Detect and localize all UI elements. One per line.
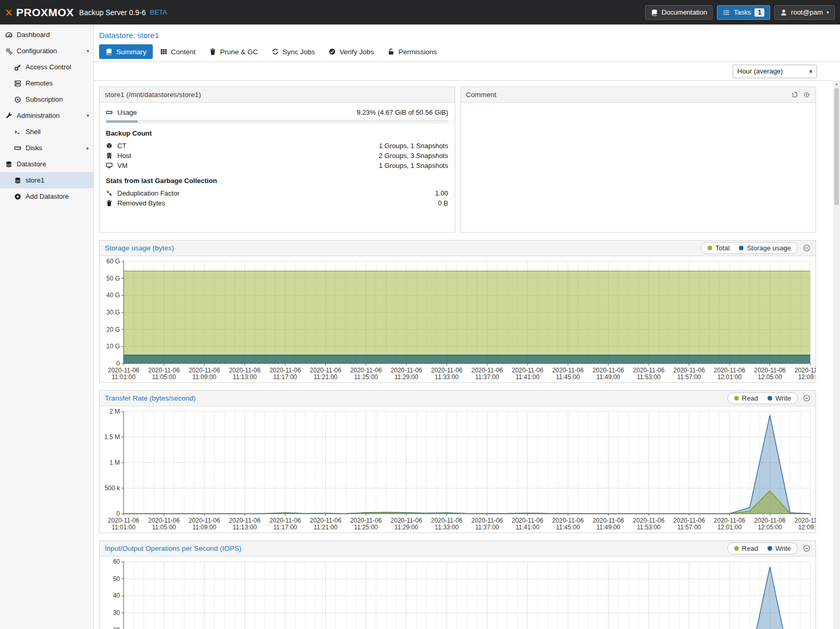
sidebar-item-datastore[interactable]: Datastore [0,156,93,172]
legend-item-write[interactable]: Write [768,394,791,402]
usage-progress-bar [106,120,448,123]
tab-label: Summary [116,48,147,56]
usage-value: 9.23% (4.67 GiB of 50.56 GiB) [357,108,448,116]
svg-text:2020-11-06: 2020-11-06 [270,367,301,374]
svg-text:2020-11-06: 2020-11-06 [754,367,786,374]
iops-chart-title: Input/Output Operations per Second (IOPS… [105,545,727,552]
sidebar-item-configuration[interactable]: Configuration ▾ [0,43,93,59]
sidebar-label: Add Datastore [26,192,69,200]
svg-text:2020-11-06: 2020-11-06 [148,517,180,524]
storage-chart-legend: Total Storage usage [701,242,798,254]
sidebar-item-shell[interactable]: Shell [0,124,93,140]
tab-sync-jobs[interactable]: Sync Jobs [265,44,321,59]
sidebar-item-dashboard[interactable]: Dashboard [0,27,93,43]
proxmox-brand: PROXMOX [5,6,74,19]
svg-text:2020-11-06: 2020-11-06 [552,517,584,524]
legend-label: Write [775,394,791,402]
book-icon [105,48,113,55]
sidebar-item-disks[interactable]: Disks ▸ [0,140,93,156]
svg-text:11:37:00: 11:37:00 [475,373,499,381]
svg-text:60 G: 60 G [106,258,120,265]
gc-label: Deduplication Factor [117,189,179,197]
svg-text:11:33:00: 11:33:00 [435,373,459,381]
tab-prune-gc[interactable]: Prune & GC [203,44,264,59]
legend-item-read[interactable]: Read [734,545,758,552]
user-menu-button[interactable]: root@pam ▾ [774,5,835,20]
vertical-scrollbar[interactable]: ▲ [833,80,840,629]
svg-text:50: 50 [113,575,120,583]
svg-text:2020-11-06: 2020-11-06 [633,367,665,374]
timeframe-value: Hour (average) [733,67,805,75]
svg-text:11:05:00: 11:05:00 [152,524,176,531]
svg-text:2020-11-06: 2020-11-06 [633,517,665,524]
scrollbar-thumb[interactable] [834,88,839,205]
legend-dot [708,246,712,250]
tab-content[interactable]: Content [154,44,202,59]
terminal-icon [14,128,21,136]
tasks-button[interactable]: Tasks 1 [717,5,770,20]
gear-icon[interactable] [803,91,810,99]
sidebar-label: Access Control [26,63,71,71]
svg-text:2020-11-06: 2020-11-06 [229,367,261,374]
chevron-down-icon[interactable]: ▼ [805,68,817,75]
legend-dot [768,396,772,401]
svg-text:2020-11-06: 2020-11-06 [229,517,261,524]
legend-item-write[interactable]: Write [768,545,791,552]
legend-item-total[interactable]: Total [708,244,729,252]
dedup-factor-row: Deduplication Factor 1.00 [106,188,448,198]
tab-verify-jobs[interactable]: Verify Jobs [322,44,380,59]
legend-item-storage-usage[interactable]: Storage usage [739,244,791,252]
svg-text:12:01:00: 12:01:00 [717,373,742,381]
svg-text:0: 0 [116,360,120,367]
iops-chart-legend: Read Write [727,542,798,554]
collapse-circle-icon[interactable] [803,545,810,552]
sidebar-item-administration[interactable]: Administration ▾ [0,107,93,124]
tab-summary[interactable]: Summary [99,44,153,59]
gc-value: 0 B [438,199,448,207]
unlock-icon [387,48,395,55]
comment-body[interactable] [461,103,816,232]
svg-text:30: 30 [113,609,120,616]
sidebar-item-store1[interactable]: store1 [0,172,93,188]
collapse-circle-icon[interactable] [803,394,810,402]
iops-chart-panel: Input/Output Operations per Second (IOPS… [99,540,816,629]
sidebar-label: Dashboard [17,31,50,39]
documentation-button[interactable]: Documentation [645,5,713,20]
legend-label: Storage usage [747,244,791,252]
svg-text:12:09:00: 12:09:00 [798,524,815,531]
tab-permissions[interactable]: Permissions [381,44,443,59]
sidebar-item-subscription[interactable]: Subscription [0,91,93,107]
sidebar-item-add-datastore[interactable]: Add Datastore [0,188,93,204]
svg-text:11:09:00: 11:09:00 [192,524,216,531]
legend-item-read[interactable]: Read [734,394,758,402]
svg-text:2020-11-06: 2020-11-06 [108,517,140,524]
sidebar-item-access-control[interactable]: Access Control [0,59,93,75]
svg-text:30 G: 30 G [106,309,120,316]
scrollbar-up-arrow[interactable]: ▲ [833,80,840,88]
database-icon [14,177,21,184]
svg-text:2020-11-06: 2020-11-06 [431,367,463,374]
page-title: Datastore: store1 [94,25,840,44]
chevron-down-icon[interactable]: ▾ [87,113,89,118]
beta-link[interactable]: BETA [150,8,167,16]
undo-icon[interactable] [791,91,798,99]
removed-bytes-row: Removed Bytes 0 B [106,198,448,208]
brand-name: PROXMOX [16,6,74,19]
sidebar-item-remotes[interactable]: Remotes [0,75,93,91]
svg-text:2020-11-06: 2020-11-06 [108,367,140,374]
timeframe-select[interactable]: Hour (average) ▼ [733,65,817,78]
dashboard-icon [5,31,13,39]
svg-text:12:05:00: 12:05:00 [758,524,782,531]
product-version: Backup Server 0.9-6 [79,8,146,17]
user-label: root@pam [791,8,823,16]
database-icon [5,161,13,168]
svg-text:2020-11-06: 2020-11-06 [795,367,815,374]
svg-text:11:45:00: 11:45:00 [556,373,580,381]
legend-label: Read [742,545,758,552]
chevron-right-icon[interactable]: ▸ [87,145,89,151]
book-icon [651,9,658,16]
comment-panel-header: Comment [461,87,816,103]
collapse-circle-icon[interactable] [803,244,810,252]
count-value: 1 Groups, 1 Snapshots [379,142,448,150]
chevron-down-icon[interactable]: ▾ [87,48,89,54]
